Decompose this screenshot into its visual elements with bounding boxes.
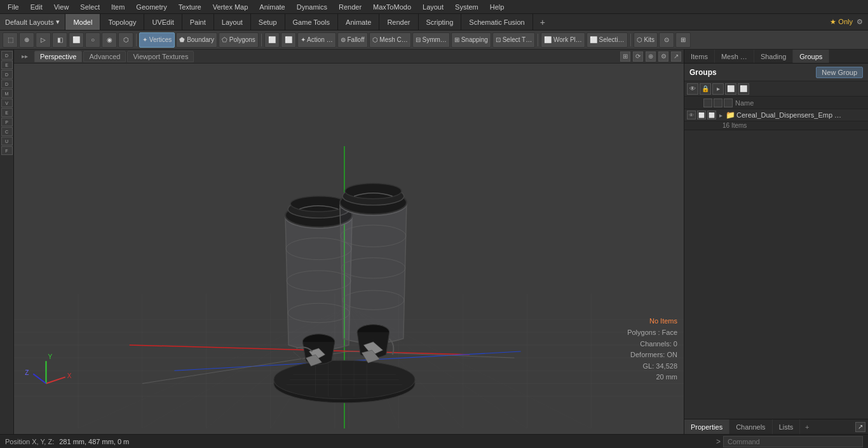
groups-eye-icon[interactable]: 👁 [687, 83, 698, 95]
gi-eye-icon[interactable]: 👁 [687, 111, 696, 119]
sidebar-tool-4[interactable]: D [1, 79, 13, 88]
add-layout-button[interactable]: + [536, 15, 550, 29]
position-label: Position X, Y, Z: [5, 438, 54, 445]
groups-box2-icon[interactable]: ⬜ [738, 83, 749, 95]
groups-expand-icon[interactable]: ▸ [712, 83, 724, 95]
mesh-mode-btn[interactable]: ⬡ [118, 32, 133, 48]
rtab-groups[interactable]: Groups [793, 50, 829, 63]
sidebar-tool-5[interactable]: M [1, 89, 13, 98]
groups-lock-icon[interactable]: 🔒 [700, 83, 711, 95]
sidebar-tool-11[interactable]: F [1, 146, 13, 155]
circle-mode-btn[interactable]: ○ [85, 32, 100, 48]
zoom-icon[interactable]: ⊕ [646, 51, 656, 62]
menu-system[interactable]: System [450, 2, 484, 12]
sidebar-tool-2[interactable]: E [1, 60, 13, 69]
layout-grid-btn[interactable]: ⊞ [675, 32, 691, 48]
tab-layout[interactable]: Layout [214, 14, 251, 30]
rbtab-properties[interactable]: Properties [684, 419, 729, 434]
refresh-icon[interactable]: ⟳ [633, 51, 643, 62]
sphere-mode-btn[interactable]: ◉ [102, 32, 117, 48]
menu-dynamics[interactable]: Dynamics [292, 2, 332, 12]
tab-topology[interactable]: Topology [100, 14, 144, 30]
menu-file[interactable]: File [3, 2, 24, 12]
tab-game-tools[interactable]: Game Tools [285, 14, 339, 30]
vertices-btn[interactable]: ✦ Vertices [139, 32, 175, 48]
svg-text:Z: Z [25, 369, 29, 376]
tab-paint[interactable]: Paint [182, 14, 214, 30]
rtab-shading[interactable]: Shading [754, 50, 793, 63]
settings-icon[interactable]: ⚙ [857, 18, 863, 26]
tab-render[interactable]: Render [379, 14, 418, 30]
tab-uvedit[interactable]: UVEdit [144, 14, 182, 30]
sidebar-tool-1[interactable]: D [1, 51, 13, 60]
select-arrow-btn[interactable]: ▷ [36, 32, 51, 48]
tab-schematic-fusion[interactable]: Schematic Fusion [461, 14, 532, 30]
menu-render[interactable]: Render [334, 2, 367, 12]
select-t-btn[interactable]: ⊡ Select T… [492, 32, 535, 48]
mesh-c-btn[interactable]: ⬡ Mesh C… [369, 32, 411, 48]
tab-setup[interactable]: Setup [251, 14, 285, 30]
mode-btn[interactable]: ⬜ [264, 32, 280, 48]
viewport[interactable]: X Y Z No Items Polygons : Face Channels:… [14, 64, 684, 434]
transform-mode-btn[interactable]: ⬚ [3, 32, 18, 48]
center-btn[interactable]: ⊕ [19, 32, 34, 48]
sidebar-tool-6[interactable]: V [1, 98, 13, 107]
gi-box-icon[interactable]: ⬜ [707, 111, 716, 119]
snapping-btn[interactable]: ⊞ Snapping [451, 32, 491, 48]
command-input[interactable] [723, 436, 863, 447]
rbtab-lists[interactable]: Lists [773, 419, 801, 434]
vtab-perspective[interactable]: Perspective [34, 51, 82, 62]
gear-icon[interactable]: ⚙ [658, 51, 668, 62]
falloff-btn[interactable]: ⊚ Falloff [337, 32, 368, 48]
action-btn[interactable]: ✦ Action … [297, 32, 336, 48]
menu-texture[interactable]: Texture [173, 2, 207, 12]
work-pl-btn[interactable]: ⬜ Work Pl… [541, 32, 585, 48]
menu-item[interactable]: Item [106, 2, 130, 12]
view-layout-btn[interactable]: ⊙ [659, 32, 674, 48]
rtab-items[interactable]: Items [684, 50, 715, 63]
transform2-btn[interactable]: ◧ [52, 32, 67, 48]
vtab-viewport-textures[interactable]: Viewport Textures [127, 51, 194, 62]
sidebar-tool-10[interactable]: U [1, 137, 13, 146]
menu-geometry[interactable]: Geometry [131, 2, 172, 12]
menu-help[interactable]: Help [485, 2, 510, 12]
selecti-btn[interactable]: ⬜ Selecti… [587, 32, 628, 48]
boundary-btn[interactable]: ⬟ Boundary [176, 32, 217, 48]
polygons-label: Polygons : Face [627, 327, 677, 339]
menu-maxtomodo[interactable]: MaxToModo [368, 2, 416, 12]
menu-edit[interactable]: Edit [25, 2, 48, 12]
sidebar-tool-9[interactable]: C [1, 127, 13, 136]
polygons-btn[interactable]: ⬠ Polygons [219, 32, 259, 48]
menu-animate[interactable]: Animate [254, 2, 290, 12]
groups-list: 👁 ⬜ ⬜ ▸ 📁 Cereal_Dual_Dispensers_Emp … 1… [684, 109, 868, 264]
add-bottom-tab-button[interactable]: + [800, 423, 814, 431]
tab-animate[interactable]: Animate [338, 14, 379, 30]
menu-vertex-map[interactable]: Vertex Map [208, 2, 254, 12]
sidebar-tool-8[interactable]: P [1, 118, 13, 126]
kits-btn[interactable]: ⬡ Kits [634, 32, 658, 48]
new-group-button[interactable]: New Group [816, 67, 863, 78]
tab-model[interactable]: Model [65, 14, 100, 30]
symm-btn[interactable]: ⊟ Symm… [412, 32, 450, 48]
rbtab-expand-icon[interactable]: ↗ [855, 422, 865, 432]
group-item-icons: 👁 ⬜ ⬜ [687, 111, 716, 119]
vtab-advanced[interactable]: Advanced [83, 51, 126, 62]
mode2-btn[interactable]: ⬜ [281, 32, 296, 48]
box-mode-btn[interactable]: ⬜ [69, 32, 84, 48]
expand-icon[interactable]: ↗ [671, 51, 681, 62]
rbtab-channels[interactable]: Channels [729, 419, 772, 434]
expand-icon[interactable]: ▸ [716, 112, 725, 119]
group-item[interactable]: 👁 ⬜ ⬜ ▸ 📁 Cereal_Dual_Dispensers_Emp … [684, 109, 868, 121]
gi-lock-icon[interactable]: ⬜ [697, 111, 706, 119]
rtab-mesh[interactable]: Mesh … [715, 50, 754, 63]
fit-icon[interactable]: ⊞ [620, 51, 630, 62]
menu-select[interactable]: Select [75, 2, 105, 12]
sidebar-tool-3[interactable]: D [1, 70, 13, 79]
groups-box-icon[interactable]: ⬜ [725, 83, 736, 95]
default-layouts-dropdown[interactable]: Default Layouts ▾ [0, 14, 65, 30]
menu-view[interactable]: View [49, 2, 74, 12]
menu-layout[interactable]: Layout [417, 2, 449, 12]
sidebar-tool-7[interactable]: E [1, 108, 13, 117]
right-top-tabs: Items Mesh … Shading Groups [684, 50, 868, 64]
tab-scripting[interactable]: Scripting [419, 14, 462, 30]
